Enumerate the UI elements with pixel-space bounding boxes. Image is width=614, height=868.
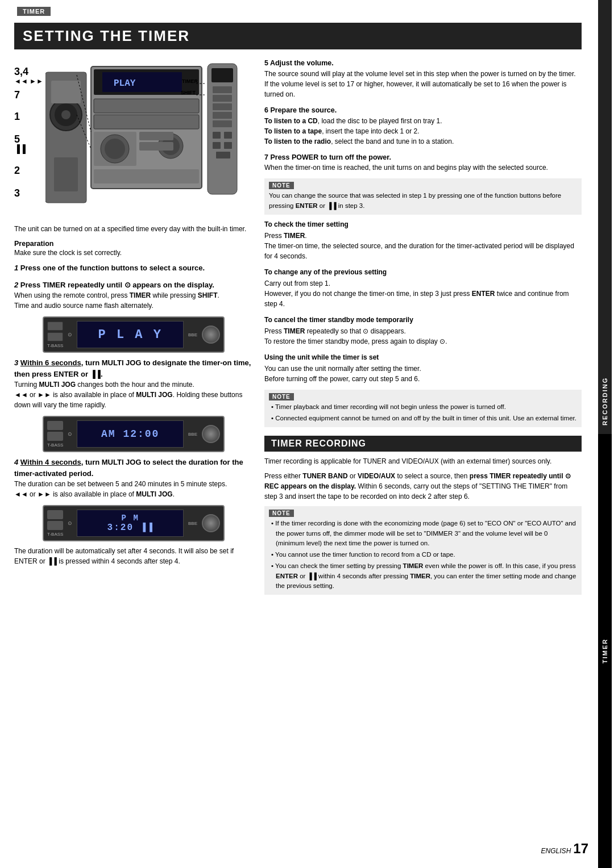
display1-bbe: BBE bbox=[188, 332, 197, 337]
display2-container: T-BASS ⊙ AM 12:00 BBE bbox=[43, 416, 225, 452]
display2-btn1 bbox=[47, 421, 63, 430]
num-34: 3,4 bbox=[14, 66, 43, 78]
svg-rect-21 bbox=[211, 68, 233, 82]
change-setting-title: To change any of the previous setting bbox=[264, 267, 582, 277]
step4-heading: 4 Within 4 seconds, turn MULTI JOG to se… bbox=[14, 457, 253, 479]
display3-bbe: BBE bbox=[188, 521, 197, 526]
display1-text: P L A Y bbox=[98, 328, 163, 342]
display3-left-btns: T-BASS bbox=[47, 510, 63, 537]
display1-left-btns: T-BASS bbox=[47, 322, 63, 348]
svg-rect-29 bbox=[213, 142, 221, 149]
display3-btn2 bbox=[47, 521, 63, 530]
svg-rect-28 bbox=[224, 132, 232, 139]
display1-label: T-BASS bbox=[47, 343, 63, 348]
note1: NOTE You can change the source that was … bbox=[264, 178, 582, 215]
note2-label: NOTE bbox=[269, 393, 294, 400]
note2-bullet1: Timer playback and timer recording will … bbox=[269, 402, 577, 412]
step7: 7 Press POWER to turn off the power. Whe… bbox=[264, 152, 582, 173]
num-arrows: ◄◄ ►► bbox=[14, 78, 43, 85]
step4: 4 Within 4 seconds, turn MULTI JOG to se… bbox=[14, 457, 253, 499]
step3: 3 Within 6 seconds, turn MULTI JOG to de… bbox=[14, 357, 253, 410]
change-setting-text: Carry out from step 1.However, if you do… bbox=[264, 278, 582, 309]
tab-recording: RECORDING bbox=[598, 0, 612, 434]
svg-rect-12 bbox=[139, 142, 173, 151]
page-number-area: ENGLISH 17 bbox=[541, 841, 588, 857]
prep-title: Preparation bbox=[14, 240, 253, 248]
page-title: SETTING THE TIMER bbox=[23, 27, 573, 45]
svg-rect-19 bbox=[54, 157, 78, 191]
display1-indicator: ⊙ bbox=[68, 332, 72, 337]
display3-container: T-BASS ⊙ P M 3:20 ▐▐ BBE bbox=[43, 505, 225, 541]
check-timer-title: To check the timer setting bbox=[264, 219, 582, 229]
display1-screen: P L A Y bbox=[77, 321, 184, 348]
note2-bullet2: Connected equipment cannot be turned on … bbox=[269, 414, 577, 423]
display3-knob bbox=[202, 514, 220, 532]
page-lang: ENGLISH bbox=[541, 847, 571, 855]
num-pause: ▐▐ bbox=[14, 145, 43, 153]
display1-container: T-BASS ⊙ P L A Y BBE bbox=[43, 316, 225, 353]
two-col-layout: 3,4 ◄◄ ►► 7 1 5 ▐▐ 2 3 bbox=[14, 58, 582, 599]
svg-rect-4 bbox=[94, 99, 199, 113]
preparation-section: Preparation Make sure the clock is set c… bbox=[14, 240, 253, 257]
display1-btn1 bbox=[47, 322, 63, 331]
svg-text:PLAY: PLAY bbox=[114, 78, 136, 89]
svg-rect-11 bbox=[139, 132, 173, 140]
display2-indicator: ⊙ bbox=[68, 431, 72, 437]
cancel-timer-title: To cancel the timer standby mode tempora… bbox=[264, 315, 582, 325]
display2-knob bbox=[202, 425, 220, 443]
num-5: 5 bbox=[14, 134, 43, 145]
display2-left-btns: T-BASS bbox=[47, 421, 63, 448]
display1-knob bbox=[202, 326, 220, 344]
using-while-set-title: Using the unit while the timer is set bbox=[264, 352, 582, 362]
prep-text: Make sure the clock is set correctly. bbox=[14, 249, 253, 257]
step6: 6 Prepare the source. To listen to a CD,… bbox=[264, 105, 582, 147]
step6-text2: To listen to a tape, insert the tape int… bbox=[264, 126, 582, 136]
num-7: 7 bbox=[14, 90, 43, 101]
timer-recording-para1: Press either TUNER BAND or VIDEO/AUX to … bbox=[264, 471, 582, 502]
svg-rect-24 bbox=[213, 103, 232, 110]
step-numbers: 3,4 ◄◄ ►► 7 1 5 ▐▐ 2 3 bbox=[14, 66, 43, 199]
svg-rect-13 bbox=[94, 169, 199, 183]
step7-heading: 7 Press POWER to turn off the power. bbox=[264, 152, 582, 163]
step3-sub2: ◄◄ or ►► is also available in place of M… bbox=[14, 390, 253, 410]
step5: 5 Adjust the volume. The source sound wi… bbox=[264, 58, 582, 99]
timer-recording-intro: Timer recording is applicable for TUNER … bbox=[264, 456, 582, 466]
step4-sub1: The duration can be set between 5 and 24… bbox=[14, 479, 253, 489]
display2-label: T-BASS bbox=[47, 443, 63, 448]
page-header: SETTING THE TIMER bbox=[14, 23, 582, 49]
num-2: 2 bbox=[14, 165, 43, 177]
step5-text1: The source sound will play at the volume… bbox=[264, 69, 582, 79]
step2-heading: 2 Press TIMER repeatedly until ⊙ appears… bbox=[14, 279, 253, 291]
subsection-check-timer: To check the timer setting Press TIMER.T… bbox=[264, 219, 582, 261]
num-3: 3 bbox=[14, 188, 43, 199]
display3-text-top: P M bbox=[122, 514, 139, 523]
page-wrapper: TIMER RECORDING TIMER SETTING THE TIMER … bbox=[0, 0, 614, 868]
step5-text2: If the volume level is set to 17 or high… bbox=[264, 79, 582, 99]
step4-footer: The duration will be automatically set a… bbox=[14, 546, 253, 566]
svg-text:TIMER: TIMER bbox=[182, 78, 198, 84]
intro-text: The unit can be turned on at a specified… bbox=[14, 224, 253, 234]
display2-text: AM 12:00 bbox=[101, 428, 159, 440]
display2-bbe: BBE bbox=[188, 432, 197, 437]
timer-recording-header: TIMER RECORDING bbox=[264, 436, 582, 452]
cancel-timer-text: Press TIMER repeatedly so that ⊙ disappe… bbox=[264, 326, 582, 347]
subsection-change-setting: To change any of the previous setting Ca… bbox=[264, 267, 582, 309]
step2: 2 Press TIMER repeatedly until ⊙ appears… bbox=[14, 279, 253, 311]
display1-btn2 bbox=[47, 332, 63, 341]
timer-recording-note: NOTE If the timer recording is done with… bbox=[264, 506, 582, 595]
check-timer-text: Press TIMER.The timer-on time, the selec… bbox=[264, 231, 582, 261]
svg-rect-23 bbox=[213, 95, 232, 102]
svg-rect-31 bbox=[216, 152, 230, 158]
display3-label: T-BASS bbox=[47, 532, 63, 537]
num-1: 1 bbox=[14, 111, 43, 123]
timer-badge: TIMER bbox=[17, 7, 51, 16]
right-tabs: RECORDING TIMER bbox=[596, 0, 614, 868]
step2-sub1: When using the remote control, press TIM… bbox=[14, 290, 253, 301]
svg-rect-27 bbox=[213, 132, 221, 139]
subsection-using-while-set: Using the unit while the timer is set Yo… bbox=[264, 352, 582, 384]
step2-sub2: Time and audio source name flash alterna… bbox=[14, 301, 253, 311]
step6-text3: To listen to the radio, select the band … bbox=[264, 136, 582, 147]
using-while-set-text: You can use the unit normally after sett… bbox=[264, 364, 582, 384]
step3-sub1: Turning MULTI JOG changes both the hour … bbox=[14, 379, 253, 390]
step6-text1: To listen to a CD, load the disc to be p… bbox=[264, 116, 582, 126]
